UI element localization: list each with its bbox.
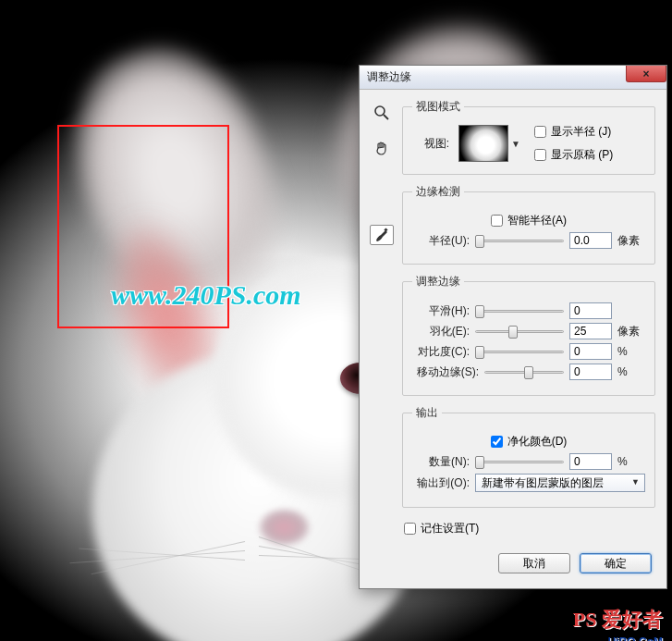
smooth-label: 平滑(H): [412,303,470,319]
smart-radius-input[interactable] [491,215,503,227]
watermark-tag1: PS 爱好者 [573,606,663,634]
magnifier-icon [373,105,390,121]
shift-edge-field[interactable] [569,364,612,380]
view-mode-group: 视图模式 视图: 显示半径 (J) 显示原稿 (P) [402,99,655,175]
svg-line-1 [384,115,388,119]
refine-edge-dialog: 调整边缘 × 视图模式 视图: 显示半径 (J [359,65,667,589]
close-button[interactable]: × [626,66,666,82]
output-to-label: 输出到(O): [412,475,470,491]
radius-unit: 像素 [617,233,645,249]
amount-unit: % [617,455,645,468]
dialog-title: 调整边缘 [367,69,411,85]
smart-radius-checkbox[interactable]: 智能半径(A) [491,213,567,228]
adjust-edge-legend: 调整边缘 [412,274,464,290]
watermark-url: www.240PS.com [111,279,301,311]
remember-settings-input[interactable] [404,523,416,535]
feather-field[interactable] [569,323,612,339]
contrast-unit: % [617,345,645,358]
feather-slider[interactable] [475,323,564,339]
show-radius-input[interactable] [534,126,546,138]
edge-detection-legend: 边缘检测 [412,184,464,200]
smart-radius-label: 智能半径(A) [507,213,567,228]
show-original-label: 显示原稿 (P) [551,147,613,163]
zoom-tool-button[interactable] [370,103,394,123]
cancel-button[interactable]: 取消 [498,553,570,573]
hand-icon [373,140,390,156]
view-thumbnail-dropdown[interactable] [458,125,508,162]
amount-slider[interactable] [475,453,564,470]
amount-label: 数量(N): [412,454,470,470]
ok-button-label: 确定 [605,556,627,572]
ok-button[interactable]: 确定 [580,553,652,573]
svg-point-0 [375,106,385,116]
amount-field[interactable] [569,453,612,470]
show-original-input[interactable] [534,149,546,161]
decontaminate-checkbox[interactable]: 净化颜色(D) [491,434,568,450]
smooth-slider[interactable] [475,302,564,319]
output-group: 输出 净化颜色(D) 数量(N): % 输出到(O): 新建带有图层蒙版的图层 [402,405,655,508]
show-original-checkbox[interactable]: 显示原稿 (P) [534,147,645,163]
watermark-tag2: UiBQ.CoM [608,635,663,641]
view-mode-legend: 视图模式 [412,99,464,115]
decontaminate-label: 净化颜色(D) [507,434,568,450]
output-to-value: 新建带有图层蒙版的图层 [482,476,604,489]
contrast-label: 对比度(C): [412,344,470,360]
close-icon: × [642,68,649,80]
radius-slider[interactable] [475,232,564,249]
feather-label: 羽化(E): [412,324,470,339]
cancel-button-label: 取消 [523,556,545,572]
shift-edge-slider[interactable] [484,364,564,380]
output-to-select[interactable]: 新建带有图层蒙版的图层 [475,474,645,492]
remember-settings-label: 记住设置(T) [421,521,479,536]
remember-settings-checkbox[interactable]: 记住设置(T) [404,521,655,536]
output-legend: 输出 [412,405,442,421]
brush-icon [373,227,390,243]
radius-label: 半径(U): [412,233,470,249]
show-radius-label: 显示半径 (J) [551,124,611,140]
refine-brush-tool-button[interactable] [370,225,394,245]
dialog-titlebar[interactable]: 调整边缘 × [360,66,666,90]
shift-edge-label: 移动边缘(S): [412,364,479,380]
shift-edge-unit: % [617,365,645,378]
decontaminate-input[interactable] [491,436,503,448]
hand-tool-button[interactable] [370,138,394,158]
contrast-slider[interactable] [475,343,564,360]
view-label: 视图: [412,136,449,152]
contrast-field[interactable] [569,343,612,360]
tool-column [369,99,395,577]
radius-field[interactable] [569,232,612,249]
smooth-field[interactable] [569,302,612,319]
feather-unit: 像素 [617,324,645,339]
edge-detection-group: 边缘检测 智能半径(A) 半径(U): 像素 [402,184,655,265]
adjust-edge-group: 调整边缘 平滑(H): 羽化(E): 像素 对比度(C): [402,274,655,396]
show-radius-checkbox[interactable]: 显示半径 (J) [534,124,645,140]
